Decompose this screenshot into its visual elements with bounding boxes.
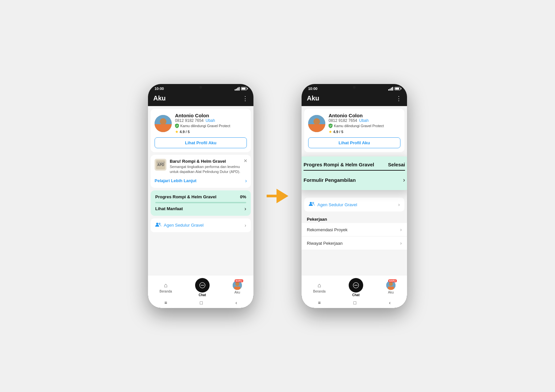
user-phone-1: 0812 9182 7654 Ubah <box>175 118 247 123</box>
system-bar-1: ≡ □ ‹ <box>148 298 253 308</box>
progress-pct-1: 0% <box>240 194 246 199</box>
formulir-label: Formulir Pengambilan <box>304 177 356 183</box>
rating-text-2: 4.9 / 5 <box>333 130 343 134</box>
selesai-button[interactable]: Selesai <box>388 162 405 167</box>
arrow-head <box>277 189 288 203</box>
apd-icon-1: APD GRAVEL <box>155 159 166 171</box>
avatar-1 <box>155 115 172 132</box>
profile-top-1: Antonio Colon 0812 9182 7654 Ubah K <box>155 113 247 134</box>
agen-label-2: Agen Sedulur Gravel <box>317 202 357 207</box>
profile-card-1: Antonio Colon 0812 9182 7654 Ubah K <box>151 109 251 152</box>
shield-icon-2 <box>329 124 333 128</box>
protect-text-1: Kamu dilindungi Gravel Protect <box>180 124 230 128</box>
status-icons-2 <box>388 87 400 91</box>
rating-badge-2: ★ 4.9 / 5 <box>329 129 400 134</box>
phone-2: 10:00 Aku ⋮ <box>302 84 407 308</box>
protect-row-1: Kamu dilindungi Gravel Protect <box>175 124 247 128</box>
list-item-rekomendasi[interactable]: Rekomendasi Proyek › <box>302 223 407 237</box>
svg-point-18 <box>313 118 320 125</box>
pelajari-link-1[interactable]: Pelajari Lebih Lanjut <box>155 178 196 183</box>
nav-beranda-2[interactable]: ⌂ Beranda <box>313 282 326 293</box>
square-sys-btn-2[interactable]: □ <box>354 300 356 305</box>
star-icon-2: ★ <box>329 129 332 134</box>
notch-1 <box>188 84 214 91</box>
profile-top-2: Antonio Colon 0812 9182 7654 Ubah K <box>308 113 400 134</box>
progress-title-1: Progres Rompi & Helm Gravel <box>155 194 217 199</box>
formulir-chevron-icon: › <box>403 177 405 183</box>
signal-icon-1 <box>235 87 240 91</box>
camera-dot-2 <box>353 86 356 89</box>
bottom-nav-1: ⌂ Beranda Chat <box>148 275 253 298</box>
svg-point-24 <box>356 285 357 286</box>
svg-point-10 <box>201 285 202 286</box>
nav-chat-2[interactable]: Chat <box>349 278 363 297</box>
agen-icon-2 <box>309 202 315 208</box>
svg-rect-15 <box>234 287 240 290</box>
pelajari-row-1: Pelajari Lebih Lanjut › <box>155 178 247 184</box>
nav-beranda-1[interactable]: ⌂ Beranda <box>160 282 172 293</box>
lihat-profil-button-1[interactable]: Lihat Profil Aku <box>155 137 247 148</box>
menu-sys-btn-2[interactable]: ≡ <box>318 300 321 305</box>
rekomendasi-label: Rekomendasi Proyek <box>307 227 348 232</box>
progress-card-1[interactable]: Progres Rompi & Helm Gravel 0% Lihat Man… <box>151 190 251 216</box>
lihat-profil-button-2[interactable]: Lihat Profil Aku <box>308 137 400 148</box>
agen-chevron-icon-1: › <box>245 223 246 228</box>
svg-point-23 <box>354 285 355 286</box>
ubah-link-2[interactable]: Ubah <box>359 118 369 123</box>
signal-icon-2 <box>388 87 393 91</box>
agen-icon-1 <box>155 222 161 228</box>
svg-rect-3 <box>158 124 168 126</box>
svg-point-7 <box>156 223 158 225</box>
back-sys-btn-2[interactable]: ‹ <box>389 300 391 305</box>
chevron-right-dark-icon-1: › <box>245 206 246 212</box>
progress-bar-bg-1 <box>155 202 246 203</box>
progress-top-1: Progres Rompi & Helm Gravel 0% <box>155 194 246 199</box>
nav-aku-1[interactable]: BARU Aku <box>233 281 242 294</box>
profile-info-2: Antonio Colon 0812 9182 7654 Ubah K <box>329 113 400 134</box>
back-sys-btn-1[interactable]: ‹ <box>236 300 237 305</box>
menu-sys-btn-1[interactable]: ≡ <box>164 300 167 305</box>
svg-point-21 <box>312 202 314 204</box>
star-icon-1: ★ <box>175 129 179 134</box>
list-item-riwayat[interactable]: Riwayat Pekerjaan › <box>302 237 407 250</box>
shield-icon-1 <box>175 124 179 128</box>
svg-text:GRAVEL: GRAVEL <box>157 161 165 164</box>
transition-arrow <box>267 189 288 203</box>
agen-label-1: Agen Sedulur Gravel <box>164 223 204 228</box>
chat-label-2: Chat <box>352 293 360 297</box>
riwayat-chevron-icon: › <box>400 240 402 246</box>
baru-badge-2: BARU <box>388 279 397 282</box>
more-menu-button-1[interactable]: ⋮ <box>242 95 248 102</box>
rating-badge-1: ★ 4.9 / 5 <box>175 129 247 134</box>
riwayat-label: Riwayat Pekerjaan <box>307 241 342 246</box>
page-title-2: Aku <box>307 95 319 102</box>
svg-point-20 <box>310 202 312 204</box>
close-icon-1[interactable]: ✕ <box>244 158 248 163</box>
status-bar-2: 10:00 <box>302 84 407 92</box>
baru-badge-1: BARU <box>235 279 243 282</box>
beranda-label-1: Beranda <box>160 290 172 293</box>
pekerjaan-title: Pekerjaan <box>302 214 407 223</box>
formulir-item[interactable]: Formulir Pengambilan › <box>304 175 405 185</box>
aku-label-2: Aku <box>388 291 394 294</box>
svg-point-2 <box>160 118 166 125</box>
protect-text-2: Kamu dilindungi Gravel Protect <box>334 124 384 128</box>
square-sys-btn-1[interactable]: □ <box>200 300 203 305</box>
lihat-manfaat-row-1: Lihat Manfaat › <box>155 206 246 212</box>
agen-row-2[interactable]: Agen Sedulur Gravel › <box>304 198 404 211</box>
ubah-link-1[interactable]: Ubah <box>206 118 215 123</box>
svg-point-12 <box>203 285 204 286</box>
nav-chat-1[interactable]: Chat <box>195 278 210 297</box>
rekomendasi-chevron-icon: › <box>400 227 402 232</box>
phone-1: 10:00 Aku ⋮ <box>148 84 253 308</box>
status-icons-1 <box>235 87 247 91</box>
agen-row-1[interactable]: Agen Sedulur Gravel › <box>151 218 251 232</box>
agen-chevron-icon-2: › <box>398 202 400 207</box>
more-menu-button-2[interactable]: ⋮ <box>396 95 402 102</box>
popup-card: Progres Rompi & Helm Gravel Selesai Form… <box>302 156 407 190</box>
chat-label-1: Chat <box>199 293 206 297</box>
avatar-2 <box>308 115 325 132</box>
chevron-right-icon-1: › <box>245 178 247 184</box>
nav-aku-2[interactable]: BARU Aku <box>386 281 395 294</box>
arrow-shaft <box>267 195 277 197</box>
